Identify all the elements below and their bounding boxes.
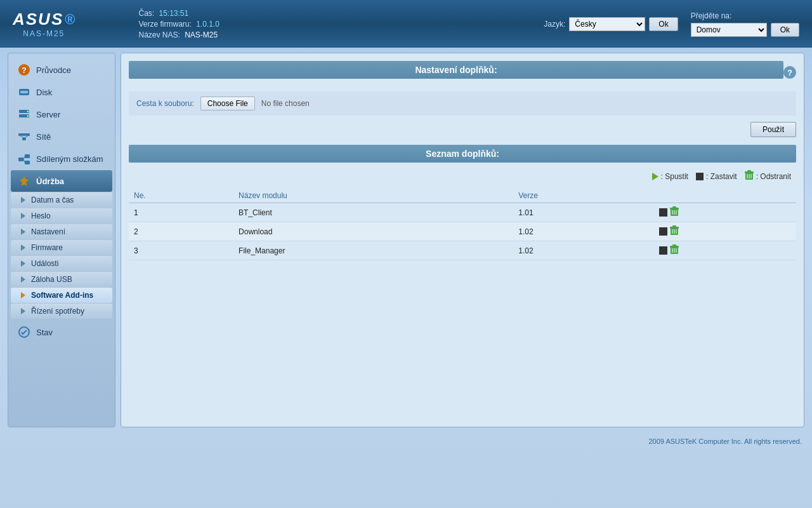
sidebar-subitem-udalosti[interactable]: Události [11, 256, 112, 271]
sidebar-item-stav[interactable]: Stav [11, 321, 112, 343]
svg-rect-14 [18, 157, 23, 161]
sidebar-subitem-firmware[interactable]: Firmware [11, 240, 112, 255]
lang-ok-button[interactable]: Ok [649, 17, 678, 31]
logo-area: ASUS ® NAS-M25 [13, 10, 75, 38]
no-file-text: No file chosen [261, 99, 310, 108]
cell-actions [654, 203, 796, 222]
stop-button[interactable] [659, 246, 667, 255]
trash-button[interactable] [670, 206, 679, 218]
time-value[interactable]: 15:13:51 [159, 9, 189, 18]
sidebar-subitem-nastaveni[interactable]: Nastavení [11, 224, 112, 239]
table-row: 3 File_Manager 1.02 [129, 241, 796, 260]
header-info: Čas: 15:13:51 Verze firmwaru: 1.0.1.0 Ná… [138, 9, 544, 39]
firmware-row: Verze firmwaru: 1.0.1.0 [138, 20, 544, 29]
sidebar-item-sdilene[interactable]: Sdíleným složkám [11, 148, 112, 170]
arrow-icon-firmware [21, 244, 25, 251]
time-label: Čas: [138, 9, 154, 18]
svg-rect-28 [672, 206, 676, 208]
nas-label: Název NAS: [138, 30, 180, 39]
cell-actions [654, 222, 796, 241]
lang-select[interactable]: Česky English [569, 17, 645, 31]
sidebar-subitem-zaloha[interactable]: Záloha USB [11, 272, 112, 287]
sidebar-subitem-heslo[interactable]: Heslo [11, 208, 112, 224]
header: ASUS ® NAS-M25 Čas: 15:13:51 Verze firmw… [0, 0, 812, 48]
svg-rect-3 [20, 91, 28, 93]
col-name: Název modulu [233, 189, 513, 203]
svg-point-7 [27, 115, 29, 117]
setup-section-header: Nastavení doplňků: [129, 61, 783, 79]
server-icon [17, 107, 31, 121]
svg-rect-8 [18, 133, 22, 136]
list-section-header: Seznam doplňků: [129, 145, 796, 163]
sidebar-subitem-datum[interactable]: Datum a čas [11, 192, 112, 208]
arrow-icon-rizeni [21, 308, 25, 314]
apply-row: Použít [129, 122, 796, 137]
subitem-label-udalosti: Události [31, 259, 58, 268]
play-icon [652, 173, 658, 180]
share-icon [17, 152, 31, 166]
svg-rect-22 [747, 170, 751, 172]
logo-asus: ASUS [13, 10, 63, 29]
nav-select[interactable]: Domov [691, 23, 767, 37]
svg-line-17 [23, 156, 25, 159]
sidebar-item-disk[interactable]: Disk [11, 81, 112, 103]
trash-button[interactable] [670, 244, 679, 257]
network-icon [17, 130, 31, 144]
svg-rect-11 [22, 138, 26, 140]
sidebar-label-pruvodce: Průvodce [36, 65, 71, 75]
svg-rect-34 [672, 225, 676, 227]
nav-row: Přejděte na: [691, 11, 799, 20]
table-row: 2 Download 1.02 [129, 222, 796, 241]
legend-odstranit: : Odstranit [745, 170, 791, 182]
stop-button[interactable] [659, 208, 667, 217]
svg-rect-9 [22, 133, 26, 136]
nas-row: Název NAS: NAS-M25 [138, 30, 544, 39]
sidebar-item-pruvodce[interactable]: ? Průvodce [11, 59, 112, 81]
legend-odstranit-label: : Odstranit [756, 172, 791, 181]
svg-line-12 [20, 136, 24, 138]
table-header-row: Ne. Název modulu Verze [129, 189, 796, 203]
svg-rect-16 [25, 161, 30, 164]
choose-file-button[interactable]: Choose File [200, 97, 255, 110]
apply-button[interactable]: Použít [750, 122, 796, 137]
logo-model: NAS-M25 [23, 29, 65, 38]
cell-name: Download [233, 222, 513, 241]
trash-button[interactable] [670, 225, 679, 237]
subitem-label-zaloha: Záloha USB [31, 275, 72, 284]
svg-rect-15 [25, 154, 30, 158]
guide-icon: ? [17, 63, 31, 77]
subitem-label-heslo: Heslo [31, 211, 51, 220]
sidebar-subitem-software-addins[interactable]: Software Add-ins [11, 288, 112, 303]
legend-zastavit-label: : Zastavit [706, 172, 737, 181]
sidebar-item-server[interactable]: Server [11, 104, 112, 125]
addon-table: Ne. Název modulu Verze 1 BT_Client 1.01 [129, 189, 796, 260]
col-no: Ne. [129, 189, 233, 203]
sidebar-label-sdilene: Sdíleným složkám [36, 154, 103, 164]
arrow-icon-zaloha [21, 276, 25, 283]
nav-ok-button[interactable]: Ok [771, 23, 799, 37]
help-icon[interactable]: ? [783, 66, 796, 79]
disk-icon [17, 85, 31, 99]
svg-point-6 [27, 110, 29, 112]
cell-no: 3 [129, 241, 233, 260]
svg-text:?: ? [22, 66, 26, 75]
svg-rect-40 [672, 244, 676, 246]
trash-icon [745, 170, 754, 182]
sidebar-item-site[interactable]: Sítě [11, 126, 112, 147]
cell-actions [654, 241, 796, 260]
sidebar-subitem-rizeni[interactable]: Řízení spotřeby [11, 304, 112, 319]
svg-line-13 [24, 136, 28, 138]
subitem-label-datum: Datum a čas [31, 196, 74, 204]
cell-version: 1.01 [513, 203, 654, 222]
footer: 2009 ASUSTeK Computer Inc. All rights re… [0, 432, 812, 450]
stop-button[interactable] [659, 227, 667, 236]
sidebar-item-udrzba[interactable]: Údržba [11, 170, 112, 192]
sidebar-label-site: Sítě [36, 132, 51, 142]
subitem-label-software: Software Add-ins [31, 291, 93, 300]
main-container: ? Průvodce Disk Server Sítě [8, 53, 804, 427]
firmware-value[interactable]: 1.0.1.0 [196, 20, 219, 29]
stop-icon [696, 173, 704, 180]
nas-value: NAS-M25 [185, 30, 218, 39]
setup-header-row: Nastavení doplňků: ? [129, 61, 796, 85]
table-row: 1 BT_Client 1.01 [129, 203, 796, 222]
